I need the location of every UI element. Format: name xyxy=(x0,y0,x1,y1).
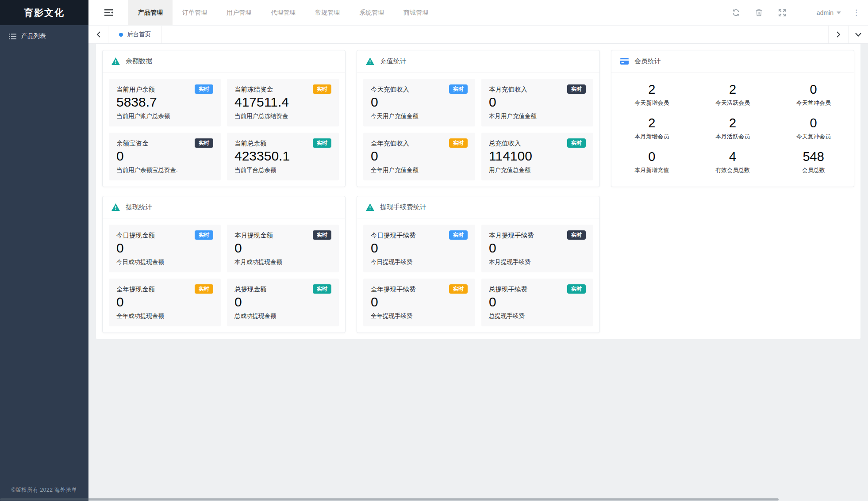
stat-value: 0 xyxy=(489,95,586,110)
chevron-down-icon xyxy=(837,11,841,14)
card-header-recharge: 充值统计 xyxy=(357,50,599,73)
header-actions: admin ⋮ xyxy=(722,0,868,25)
stat-label: 今日提现手续费 xyxy=(371,230,416,240)
card-title: 提现统计 xyxy=(126,203,152,211)
horizontal-scrollbar[interactable] xyxy=(0,498,868,501)
fullscreen-icon[interactable] xyxy=(773,0,791,25)
nav-tab-2[interactable]: 订单管理 xyxy=(173,0,217,25)
warning-icon xyxy=(366,203,374,211)
tabs-options-icon[interactable] xyxy=(848,26,868,43)
stat-value: 0 xyxy=(489,241,586,256)
realtime-badge: 实时 xyxy=(313,84,331,94)
stat-box: 全年充值收入实时0全年用户充值金额 xyxy=(363,133,475,180)
stat-top-row: 今天充值收入实时 xyxy=(371,84,468,94)
stat-label: 今天充值收入 xyxy=(371,84,409,94)
tabs-scroll-left-icon[interactable] xyxy=(88,26,108,43)
card-title: 余额数据 xyxy=(126,57,152,65)
sidebar-fold-icon[interactable] xyxy=(88,0,128,25)
kebab-menu-icon[interactable]: ⋮ xyxy=(853,9,860,16)
realtime-badge: 实时 xyxy=(195,230,213,240)
stat-top-row: 余额宝资金实时 xyxy=(116,138,213,148)
nav-tab-5[interactable]: 常规管理 xyxy=(305,0,350,25)
stat-box: 当前用户余额实时5838.7当前用户账户总余额 xyxy=(109,79,221,126)
card-title: 提现手续费统计 xyxy=(380,203,426,211)
realtime-badge: 实时 xyxy=(195,84,213,94)
member-stat-label: 今天首冲会员 xyxy=(773,99,854,107)
member-stat-value: 2 xyxy=(611,116,692,130)
card-body-recharge: 今天充值收入实时0今天用户充值金额本月充值收入实时0本月用户充值金额全年充值收入… xyxy=(357,73,599,187)
card-recharge: 充值统计今天充值收入实时0今天用户充值金额本月充值收入实时0本月用户充值金额全年… xyxy=(357,50,600,187)
realtime-badge: 实时 xyxy=(449,84,468,94)
stat-top-row: 本月提现金额实时 xyxy=(234,230,331,240)
stat-label: 全年提现手续费 xyxy=(371,284,416,294)
warning-icon xyxy=(111,57,120,65)
card-title: 会员统计 xyxy=(634,57,661,65)
member-stat-label: 有效会员总数 xyxy=(692,166,773,174)
refresh-icon[interactable] xyxy=(727,0,745,25)
stat-top-row: 当前用户余额实时 xyxy=(116,84,213,94)
card-body-withdraw: 今日提现金额实时0今日成功提现金额本月提现金额实时0本月成功提现金额全年提现金额… xyxy=(103,218,345,333)
stat-top-row: 今日提现手续费实时 xyxy=(371,230,468,240)
stat-value: 5838.7 xyxy=(116,95,213,110)
member-stats-grid: 2今天新增会员2今天活跃会员0今天首冲会员2本月新增会员2本月活跃会员0今天复冲… xyxy=(611,73,854,186)
page-tab-bar: 后台首页 xyxy=(88,26,868,44)
realtime-badge: 实时 xyxy=(449,230,468,240)
member-stat-value: 548 xyxy=(773,149,854,164)
stat-box: 总充值收入实时114100用户充值总金额 xyxy=(481,133,593,180)
member-stat: 0本月新增充值 xyxy=(611,149,692,174)
member-stat-label: 今天活跃会员 xyxy=(692,99,773,107)
stat-desc: 本月用户充值金额 xyxy=(489,112,586,120)
top-header: 产品管理订单管理用户管理代理管理常规管理系统管理商城管理 admin ⋮ xyxy=(88,0,868,26)
trash-icon[interactable] xyxy=(750,0,768,25)
stat-desc: 今天用户充值金额 xyxy=(371,112,468,120)
card-withdraw: 提现统计今日提现金额实时0今日成功提现金额本月提现金额实时0本月成功提现金额全年… xyxy=(102,196,346,333)
nav-tab-6[interactable]: 系统管理 xyxy=(350,0,394,25)
member-stat: 2今天活跃会员 xyxy=(692,82,773,107)
member-stat: 2本月活跃会员 xyxy=(692,116,773,141)
realtime-badge: 实时 xyxy=(313,138,331,148)
stat-label: 本月提现金额 xyxy=(234,230,273,240)
stat-desc: 全年用户充值金额 xyxy=(371,166,468,174)
stat-box: 本月提现金额实时0本月成功提现金额 xyxy=(227,225,339,272)
stat-value: 0 xyxy=(371,241,468,256)
list-icon xyxy=(9,33,16,40)
username: admin xyxy=(817,9,833,16)
realtime-badge: 实时 xyxy=(313,230,331,240)
stat-top-row: 今日提现金额实时 xyxy=(116,230,213,240)
scrollbar-thumb[interactable] xyxy=(0,498,779,501)
member-stat-value: 4 xyxy=(692,149,773,164)
tabbar-spacer xyxy=(162,26,828,43)
realtime-badge: 实时 xyxy=(449,284,468,294)
member-stat-label: 本月新增会员 xyxy=(611,133,692,141)
realtime-badge: 实时 xyxy=(195,138,213,148)
nav-tab-7[interactable]: 商城管理 xyxy=(394,0,438,25)
sidebar-item-product-list[interactable]: 产品列表 xyxy=(0,25,88,47)
member-stat: 548会员总数 xyxy=(773,149,854,174)
stat-value: 0 xyxy=(234,241,331,256)
nav-tab-4[interactable]: 代理管理 xyxy=(261,0,305,25)
realtime-badge: 实时 xyxy=(567,230,586,240)
card-body-fee: 今日提现手续费实时0今日提现手续费本月提现手续费实时0本月提现手续费全年提现手续… xyxy=(357,218,599,333)
tabs-scroll-right-icon[interactable] xyxy=(828,26,848,43)
stat-box: 总提现手续费实时0总提现手续费 xyxy=(481,279,593,326)
stat-label: 今日提现金额 xyxy=(116,230,155,240)
stat-value: 0 xyxy=(116,149,213,164)
sidebar: 育影文化 产品列表 ©版权所有 2022 海外抢单 xyxy=(0,0,88,501)
user-menu[interactable]: admin xyxy=(817,9,841,16)
content-area: 余额数据当前用户余额实时5838.7当前用户账户总余额当前冻结资金实时41751… xyxy=(88,44,868,501)
nav-tab-3[interactable]: 用户管理 xyxy=(217,0,261,25)
card-body-balance: 当前用户余额实时5838.7当前用户账户总余额当前冻结资金实时417511.4当… xyxy=(103,73,345,187)
tab-dashboard-home[interactable]: 后台首页 xyxy=(108,26,162,43)
sidebar-item-label: 产品列表 xyxy=(21,32,46,40)
warning-icon xyxy=(366,57,374,65)
stat-top-row: 全年提现金额实时 xyxy=(116,284,213,294)
stat-value: 0 xyxy=(371,95,468,110)
stat-box: 当前冻结资金实时417511.4当前用户总冻结资金 xyxy=(227,79,339,126)
stat-box: 总提现金额实时0总成功提现金额 xyxy=(227,279,339,326)
stat-top-row: 总提现手续费实时 xyxy=(489,284,586,294)
nav-tab-1[interactable]: 产品管理 xyxy=(128,0,173,25)
stat-label: 本月充值收入 xyxy=(489,84,527,94)
stat-label: 本月提现手续费 xyxy=(489,230,534,240)
member-stat-value: 0 xyxy=(773,116,854,130)
stat-desc: 当前用户余额宝总资金. xyxy=(116,166,213,174)
